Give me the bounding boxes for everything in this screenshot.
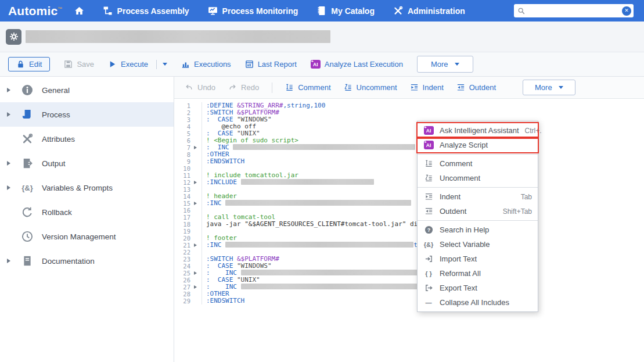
toolbar-more-button[interactable]: More	[417, 56, 473, 73]
menu-item-import-text[interactable]: Import Text	[418, 252, 538, 266]
menu-item-label: Select Variable	[440, 240, 490, 249]
toolbar-last-report-button[interactable]: Last Report	[245, 60, 297, 69]
sidebar-item-label: Output	[42, 159, 66, 168]
toolbar-execute-button[interactable]: Execute	[108, 60, 167, 69]
editor-toolbar-indent-button[interactable]: Indent	[410, 83, 444, 92]
nav-item-home[interactable]	[74, 6, 84, 16]
editor-toolbar-outdent-button[interactable]: Outdent	[456, 83, 496, 92]
fold-expand-icon[interactable]	[194, 271, 197, 275]
editor-toolbar-uncomment-button[interactable]: Uncomment	[344, 83, 397, 92]
gutter: 27	[174, 284, 202, 291]
editor-toolbar-redo-label: Redo	[241, 83, 259, 92]
chevron-right-icon[interactable]	[7, 259, 10, 263]
editor-toolbar-comment-button[interactable]: Comment	[285, 83, 330, 92]
menu-item-search-in-help[interactable]: ?Search in Help	[418, 223, 538, 237]
line-number: 24	[174, 263, 190, 270]
chevron-down-icon[interactable]	[163, 63, 167, 66]
menu-item-collapse-all-includes[interactable]: —Collapse All Includes	[418, 295, 538, 310]
code-line-text: :INC	[202, 200, 411, 207]
redacted-code-segment	[241, 179, 374, 185]
menu-item-comment[interactable]: Comment	[418, 156, 538, 171]
save-icon	[64, 60, 73, 69]
menu-item-indent[interactable]: IndentTab	[418, 189, 538, 204]
redacted-code-segment	[241, 284, 420, 289]
code-line-text: :ENDSWITCH	[202, 158, 244, 165]
menu-item-uncomment[interactable]: Uncomment	[418, 171, 538, 185]
sidebar-item-variables-prompts[interactable]: {&}Variables & Prompts	[0, 175, 174, 200]
toolbar-edit-button[interactable]: Edit	[8, 57, 50, 71]
nav-item-label: Administration	[408, 6, 465, 16]
nav-item-my-catalog[interactable]: My Catalog	[316, 6, 375, 16]
fold-expand-icon[interactable]	[194, 202, 197, 205]
nav-item-administration[interactable]: Administration	[393, 6, 465, 16]
menu-item-analyze-script[interactable]: AIAnalyze Script	[418, 138, 538, 152]
chevron-right-icon[interactable]	[7, 88, 10, 92]
redacted-code-segment	[225, 242, 413, 248]
collapse-icon: —	[426, 299, 432, 306]
gutter: 6	[174, 137, 202, 144]
editor-toolbar-outdent-label: Outdent	[469, 83, 496, 92]
menu-item-select-variable[interactable]: {&}Select Variable	[418, 237, 538, 252]
sidebar-item-rollback[interactable]: Rollback	[0, 200, 174, 224]
object-settings-button[interactable]	[6, 29, 21, 45]
gutter: 17	[174, 214, 202, 221]
code-line: 12:INCLUDE	[174, 179, 644, 186]
fold-expand-icon[interactable]	[194, 181, 197, 184]
code-line-text: java -jar "&$AGENT_RESOURCES_CLIENT#tomc…	[202, 221, 437, 228]
toolbar-executions-button[interactable]: Executions	[181, 60, 231, 69]
toolbar-separator	[272, 83, 272, 93]
sidebar-item-label: Attributes	[42, 135, 75, 144]
sidebar-item-attributes[interactable]: Attributes	[0, 127, 174, 151]
sidebar-item-process[interactable]: Process	[0, 102, 174, 127]
catalog-icon	[316, 6, 326, 16]
menu-item-label: Outdent	[440, 207, 466, 216]
code-editor[interactable]: 1:DEFINE &STRING_ARR#,string,1002:SWITCH…	[174, 99, 644, 362]
fold-expand-icon[interactable]	[194, 146, 197, 149]
menu-item-ask-intelligent-assistant[interactable]: AIAsk Intelligent AssistantCtrl+.	[418, 123, 538, 138]
nav-item-label: Process Monitoring	[222, 6, 298, 16]
code-line-text	[202, 165, 206, 172]
line-number: 6	[174, 137, 190, 144]
sidebar-item-version-management[interactable]: Version Management	[0, 224, 174, 249]
code-line-text: : INC	[202, 284, 420, 291]
nav-item-process-monitoring[interactable]: Process Monitoring	[208, 6, 298, 16]
chevron-down-icon	[559, 86, 563, 89]
menu-item-outdent[interactable]: OutdentShift+Tab	[418, 204, 538, 218]
nav-item-label: My Catalog	[331, 6, 375, 16]
gear-icon	[9, 32, 19, 41]
chevron-right-icon[interactable]	[7, 185, 10, 190]
sidebar-item-documentation[interactable]: Documentation	[0, 249, 174, 273]
code-token: ,string,100	[283, 102, 325, 109]
svg-text:?: ?	[427, 227, 430, 233]
editor-toolbar-indent-label: Indent	[423, 83, 444, 92]
search-input[interactable]	[527, 6, 620, 16]
toolbar-analyze-last-execution-button[interactable]: AIAnalyze Last Execution	[311, 60, 403, 69]
sidebar-item-general[interactable]: General	[0, 78, 174, 102]
menu-item-icon-slot	[423, 174, 434, 182]
chevron-right-icon[interactable]	[7, 112, 10, 117]
menu-item-icon-slot: { }	[423, 270, 434, 277]
object-sections-sidebar: GeneralProcessAttributesOutput{&}Variabl…	[0, 77, 174, 362]
editor-toolbar-undo-label: Undo	[197, 83, 215, 92]
uncomment-icon	[424, 174, 433, 182]
fold-expand-icon[interactable]	[194, 243, 197, 247]
menu-item-reformat-all[interactable]: { }Reformat All	[418, 266, 538, 281]
toolbar-last-report-label: Last Report	[258, 60, 297, 69]
menu-separator	[418, 154, 538, 155]
gutter: 9	[174, 158, 202, 165]
sidebar-item-output[interactable]: Output	[0, 151, 174, 175]
clear-search-icon[interactable]: ✕	[622, 6, 631, 16]
chevron-down-icon	[455, 63, 459, 66]
gutter: 5	[174, 130, 202, 137]
line-number: 22	[174, 249, 190, 256]
menu-item-label: Indent	[440, 192, 460, 201]
app-logo: Automic™	[8, 5, 63, 17]
fold-expand-icon[interactable]	[194, 285, 197, 289]
line-number: 8	[174, 151, 190, 158]
menu-item-export-text[interactable]: Export Text	[418, 281, 538, 295]
chevron-right-icon[interactable]	[7, 161, 10, 166]
editor-toolbar-more-button[interactable]: More	[523, 80, 575, 95]
gutter: 4	[174, 123, 202, 130]
braces-icon: { }	[425, 270, 432, 277]
nav-item-process-assembly[interactable]: Process Assembly	[103, 6, 189, 16]
